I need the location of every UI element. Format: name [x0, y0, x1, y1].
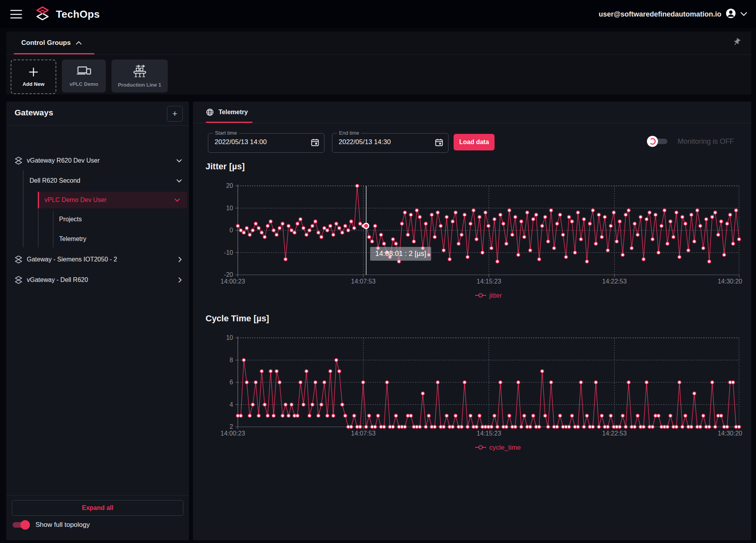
sidebar-footer-divider [6, 495, 189, 496]
monitoring-row: Monitoring is OFF [647, 135, 734, 147]
tree-item-label: Projects [59, 216, 82, 223]
production-line-card[interactable]: Production Line 1 [111, 59, 168, 93]
svg-text:6: 6 [230, 379, 233, 385]
plus-icon [28, 67, 39, 77]
telemetry-tab-bar: Telemetry [193, 102, 751, 123]
control-group-cards: Add New vPLC Demo [6, 55, 751, 94]
brand-title: TechOps [56, 8, 100, 20]
user-email: user@softwaredefinedautomation.io [598, 10, 721, 19]
chevron-down-icon [174, 198, 180, 202]
svg-text:14:07:53: 14:07:53 [351, 278, 376, 285]
expand-all-button[interactable]: Expand all [12, 500, 183, 516]
tree-item-vplc-demo-dev-user[interactable]: vPLC Demo Dev User [38, 192, 187, 208]
tree-item-vgateway-dell-r620[interactable]: vGateway - Dell R620 [6, 272, 189, 288]
svg-text:8: 8 [230, 357, 233, 363]
topology-toggle-row: Show full topology [12, 520, 90, 530]
account-menu-chevron-icon[interactable] [740, 11, 747, 18]
control-groups-tab-bar: Control Groups [6, 32, 751, 55]
brand-logo-icon [34, 5, 51, 24]
tab-telemetry[interactable]: Telemetry [206, 102, 248, 123]
telemetry-panel: Telemetry Start time 2022/05/13 14:00 En… [193, 102, 751, 540]
cycle-time-chart-title: Cycle Time [µs] [206, 313, 269, 324]
svg-text:14:30:20: 14:30:20 [718, 430, 742, 437]
devices-icon [76, 65, 92, 77]
start-time-field[interactable]: Start time 2022/05/13 14:00 [208, 133, 324, 153]
pin-icon[interactable] [732, 38, 741, 48]
toggle-thumb-spinner [647, 136, 658, 147]
svg-text:14:22:53: 14:22:53 [602, 278, 626, 285]
tab-control-groups-label: Control Groups [21, 39, 71, 47]
tree-item-vgateway-r620-dev-user[interactable]: vGateway R620 Dev User [6, 152, 189, 169]
start-time-label: Start time [213, 130, 239, 136]
conveyor-icon [131, 65, 149, 78]
layers-icon [14, 156, 23, 165]
svg-text:-10: -10 [224, 249, 233, 256]
add-new-card[interactable]: Add New [11, 59, 56, 94]
globe-icon [206, 108, 214, 116]
svg-text:10: 10 [226, 205, 233, 211]
chevron-right-icon [178, 257, 182, 262]
svg-text:2: 2 [230, 423, 233, 430]
tree-item-label: Dell R620 Second [30, 177, 80, 184]
card-label: Add New [22, 81, 44, 87]
svg-text:14:00:23: 14:00:23 [220, 278, 245, 285]
load-data-button[interactable]: Load data [454, 134, 495, 150]
end-time-field[interactable]: End time 2022/05/13 14:30 [332, 133, 448, 153]
end-time-label: End time [337, 130, 361, 136]
svg-text:0: 0 [230, 227, 233, 234]
svg-text:14:07:53: 14:07:53 [351, 430, 376, 437]
card-label: vPLC Demo [70, 81, 98, 87]
tree-item-label: Telemetry [59, 235, 86, 243]
chevron-right-icon [178, 277, 182, 283]
tree-item-gateway-siemens-iot2050-2[interactable]: Gateway - Siemens IOT2050 - 2 [6, 251, 189, 268]
app-root: TechOps user@softwaredefinedautomation.i… [0, 0, 756, 543]
telemetry-controls: Start time 2022/05/13 14:00 End time 202… [193, 133, 751, 157]
jitter-chart[interactable]: 20100-10-2014:00:2314:07:5314:15:2314:22… [193, 182, 751, 300]
svg-text:14:30:20: 14:30:20 [718, 278, 742, 285]
end-time-value: 2022/05/13 14:30 [339, 138, 391, 146]
control-groups-strip: Control Groups Add New vPLC Demo [6, 32, 751, 95]
chevron-up-icon [76, 41, 82, 45]
tab-telemetry-label: Telemetry [219, 109, 248, 116]
monitoring-toggle[interactable] [647, 135, 669, 147]
svg-text:14:00:23: 14:00:23 [220, 430, 245, 437]
svg-text:14:15:23: 14:15:23 [477, 278, 501, 285]
chevron-down-icon [176, 179, 182, 183]
topology-toggle-label: Show full topology [35, 521, 90, 529]
tree-item-dell-r620-second[interactable]: Dell R620 Second [6, 172, 189, 189]
svg-text:-20: -20 [224, 271, 233, 278]
toggle-thumb [20, 520, 30, 530]
svg-text:10: 10 [226, 334, 233, 341]
monitoring-status-label: Monitoring is OFF [678, 137, 734, 146]
menu-icon[interactable] [10, 10, 22, 19]
svg-text:4: 4 [230, 401, 233, 408]
tree-item-label: Gateway - Siemens IOT2050 - 2 [27, 256, 117, 263]
vplc-demo-card[interactable]: vPLC Demo [62, 59, 106, 93]
start-time-value: 2022/05/13 14:00 [215, 138, 267, 146]
calendar-icon[interactable] [435, 138, 443, 148]
tree-item-telemetry[interactable]: Telemetry [6, 231, 189, 247]
active-tab-indicator [206, 122, 252, 123]
jitter-chart-title: Jitter [µs] [206, 161, 245, 172]
calendar-icon[interactable] [311, 138, 319, 148]
show-full-topology-toggle[interactable] [12, 520, 30, 530]
card-label: Production Line 1 [118, 82, 161, 88]
jitter-chart-block: Jitter [µs] 20100-10-2014:00:2314:07:531… [193, 161, 751, 303]
svg-text:jitter: jitter [489, 292, 502, 299]
plus-icon: + [172, 109, 178, 119]
gateways-header: Gateways + [6, 102, 189, 126]
cycle-time-chart[interactable]: 10864214:00:2314:07:5314:15:2314:22:5314… [193, 334, 751, 452]
svg-text:cycle_time: cycle_time [489, 444, 521, 451]
tree-item-label: vGateway R620 Dev User [27, 157, 100, 164]
active-tab-indicator [14, 53, 94, 54]
chevron-down-icon [176, 159, 182, 163]
svg-text:20: 20 [226, 182, 233, 189]
add-gateway-button[interactable]: + [167, 106, 183, 122]
layers-icon [14, 255, 23, 264]
chart-tooltip: 14:08:01 : 2 [µs] [370, 247, 431, 261]
tab-control-groups[interactable]: Control Groups [6, 32, 91, 54]
account-icon[interactable] [725, 8, 736, 20]
tree-item-label: vPLC Demo Dev User [44, 196, 106, 204]
layers-icon [14, 276, 23, 284]
tree-item-projects[interactable]: Projects [6, 211, 189, 228]
